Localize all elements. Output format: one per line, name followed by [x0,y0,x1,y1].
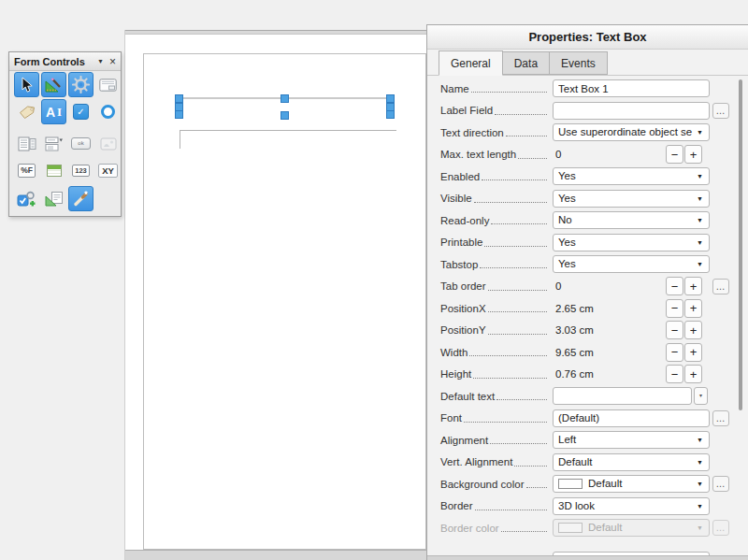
height-increment-button[interactable]: + [684,365,702,383]
tab-order-decrement-button[interactable]: − [666,277,683,295]
property-label: PositionX [440,303,486,314]
toolbar-button-numeric-field[interactable]: 123 [68,158,94,183]
positiony-increment-button[interactable]: + [684,321,702,339]
default-text-input[interactable] [553,387,692,405]
document-page[interactable] [143,53,426,550]
toolbar-button-form-properties[interactable] [95,72,121,97]
border-color-more-button[interactable]: … [712,520,729,536]
toolbar-button-image-button[interactable] [95,131,121,156]
property-label: Tabstop [440,259,478,270]
tab-general[interactable]: General [439,50,503,76]
printable-dropdown[interactable]: Yes▼ [553,234,710,251]
width-value[interactable]: 9.65 cm [555,341,594,364]
label-field-input[interactable] [553,102,710,120]
height-decrement-button[interactable]: − [666,365,683,383]
background-color-more-button[interactable]: … [712,476,729,492]
dot-leader [496,398,547,400]
positionx-value[interactable]: 2.65 cm [555,297,594,320]
selection-handle[interactable] [386,94,395,103]
toolbar-button-control-properties[interactable] [68,72,94,97]
positionx-decrement-button[interactable]: − [666,299,683,318]
border-color-dropdown[interactable]: Default▼ [553,519,710,537]
color-swatch [558,523,583,533]
border-dropdown[interactable]: 3D look▼ [553,497,710,515]
vert-alignment-dropdown[interactable]: Default▼ [553,453,710,471]
tab-order-value[interactable]: 0 [555,276,561,298]
formatted-field-icon: %F [18,164,36,178]
close-icon[interactable]: × [108,56,121,67]
toolbar-button-combo-box[interactable] [41,131,66,156]
positiony-value[interactable]: 3.03 cm [555,320,594,342]
list-box-icon [18,136,36,151]
font-input[interactable] [553,409,710,427]
color-swatch [558,479,583,489]
selection-handle[interactable] [280,94,289,103]
toolbar-button-form-design[interactable] [41,186,66,211]
property-label-wrap: PositionX [440,297,548,320]
tab-order-increment-button[interactable]: + [684,277,702,295]
label-field-more-button[interactable]: … [712,103,729,119]
read-only-value: No [558,214,572,225]
tab-order-more-button[interactable]: … [712,279,729,294]
scrollbar-thumb[interactable] [739,79,742,410]
toolbar-button-date-field[interactable] [41,158,66,183]
property-label: Alignment [440,435,488,446]
toolbar-button-select[interactable] [14,72,39,97]
dot-leader [490,442,547,444]
toolbar-button-more-controls[interactable] [14,186,39,211]
tab-data[interactable]: Data [503,51,550,75]
dot-leader [474,201,547,203]
selection-handle[interactable] [386,110,395,119]
property-label: Printable [440,237,482,248]
name-input[interactable] [553,79,710,97]
selection-handle[interactable] [175,94,183,103]
property-label-wrap: Visible [440,188,548,210]
chevron-down-icon: ▼ [697,520,703,536]
properties-titlebar[interactable]: Properties: Text Box [427,25,748,50]
read-only-dropdown[interactable]: No▼ [553,211,710,229]
toolbar-button-check-box[interactable]: ✓ [68,99,94,124]
selection-handle[interactable] [175,110,183,119]
toolbar-button-list-box[interactable] [14,131,39,156]
text-direction-dropdown[interactable]: Use superordinate object se▼ [553,123,710,141]
dot-leader [495,113,547,115]
toolbar-button-push-button[interactable]: ok [68,131,94,156]
tabstop-dropdown[interactable]: Yes▼ [553,255,710,273]
toolbar-button-formatted-field[interactable]: %F [14,158,39,183]
dot-leader [506,135,547,136]
toolbar-button-wizards[interactable] [68,186,94,211]
background-color-dropdown[interactable]: Default▼ [553,475,710,493]
font-more-button[interactable]: … [712,410,729,426]
property-row-width: Width9.65 cm−+ [427,341,748,364]
toolbar-button-label-field[interactable] [14,99,39,124]
background-color-value: Default [588,478,622,489]
enabled-dropdown[interactable]: Yes▼ [553,167,710,185]
visible-dropdown[interactable]: Yes▼ [553,190,710,208]
property-label-wrap: Background color [440,473,548,495]
width-increment-button[interactable]: + [684,343,702,362]
default-text-dropdown-button[interactable]: ▾ [694,387,708,405]
form-controls-titlebar[interactable]: Form Controls ▼ × [9,52,121,71]
property-label-wrap: Printable [440,232,548,254]
toolbar-button-option-button[interactable] [95,99,121,124]
max-text-length-value[interactable]: 0 [555,144,561,166]
toolbar-menu-icon[interactable]: ▼ [94,58,108,65]
positiony-decrement-button[interactable]: − [666,321,683,339]
max-text-length-decrement-button[interactable]: − [666,145,683,164]
alignment-dropdown[interactable]: Left▼ [553,431,710,449]
property-label-wrap: Height [440,364,548,386]
toolbar-button-design-mode[interactable] [41,72,66,97]
positionx-increment-button[interactable]: + [684,299,702,318]
height-value[interactable]: 0.76 cm [555,364,594,386]
field-zone [553,408,710,430]
tab-events[interactable]: Events [550,51,608,75]
width-decrement-button[interactable]: − [666,343,683,362]
form-properties-icon [99,79,117,92]
property-label-wrap: Max. text length [440,144,548,166]
selection-handle[interactable] [280,111,289,120]
toolbar-button-text-box[interactable]: AI [41,99,66,124]
toolbar-button-pattern-field[interactable]: XY [95,158,121,183]
text-box-outline[interactable] [180,130,396,149]
field-zone: Default▼ [553,517,710,539]
max-text-length-increment-button[interactable]: + [684,145,702,164]
